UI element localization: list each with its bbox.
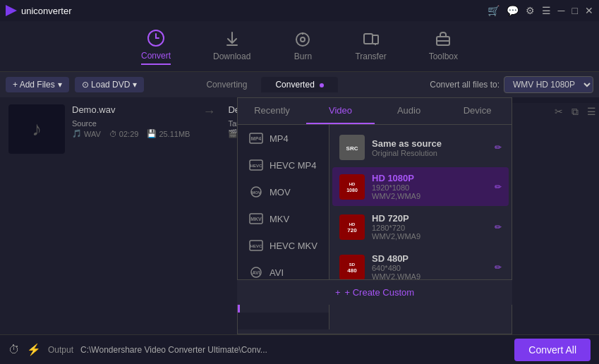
format-mp4[interactable]: MP4 MP4 — [238, 125, 329, 152]
convert-all-button[interactable]: Convert All — [514, 339, 591, 361]
output-label: Output — [48, 345, 73, 355]
same-source-text: Same as source Original Resolution — [372, 138, 488, 157]
create-custom-plus: + — [335, 287, 341, 298]
format-mkv[interactable]: MKV MKV — [238, 205, 329, 232]
settings-icon[interactable]: ⚙ — [526, 5, 535, 16]
nav-toolbox[interactable]: Toolbox — [429, 29, 458, 64]
format-panel-header: Recently Video Audio Device — [238, 98, 512, 125]
svg-text:MP4: MP4 — [251, 136, 262, 141]
format-hevc-mkv[interactable]: HEVC HEVC MKV — [238, 232, 329, 259]
source-info: Demo.wav Source 🎵 WAV ⏱ 02:29 💾 25.11MB — [72, 104, 190, 141]
tab-converting[interactable]: Converting — [192, 77, 261, 92]
create-custom-label: + Create Custom — [344, 287, 414, 298]
hd1080-text: HD 1080P 1920*1080WMV2,WMA9 — [372, 173, 488, 200]
format-tab-recently[interactable]: Recently — [238, 98, 306, 124]
format-tab-video[interactable]: Video — [306, 98, 375, 124]
format-tab-audio[interactable]: Audio — [375, 98, 443, 124]
app-name: uniconverter — [21, 6, 72, 16]
settings-icon[interactable]: ☰ — [587, 106, 596, 334]
copy-icon[interactable]: ⧉ — [571, 106, 579, 334]
sd480-name: SD 480P — [372, 253, 488, 264]
convert-all-to: Convert all files to: WMV HD 1080P — [430, 76, 593, 93]
transfer-icon — [361, 29, 381, 49]
hevc-mp4-label: HEVC MP4 — [270, 160, 316, 171]
source-size: 25.11MB — [159, 130, 190, 138]
hevc-mkv-icon: HEVC — [248, 239, 264, 252]
source-format: WAV — [84, 130, 101, 138]
load-dvd-button[interactable]: ⊙ Load DVD ▾ — [75, 77, 145, 92]
format-hd-1080p[interactable]: HD1080 HD 1080P 1920*1080WMV2,WMA9 ✏ — [332, 167, 509, 206]
svg-text:SRC: SRC — [346, 145, 358, 152]
format-hevc-mp4[interactable]: HEVC HEVC MP4 — [238, 152, 329, 178]
same-source-icon: SRC — [339, 135, 365, 160]
bolt-icon[interactable]: ⚡ — [27, 343, 41, 356]
avi-label: AVI — [270, 267, 284, 278]
close-icon[interactable]: ✕ — [585, 5, 593, 16]
format-hd-720p[interactable]: HD720 HD 720P 1280*720WMV2,WMA9 ✏ — [332, 207, 509, 246]
add-files-button[interactable]: + Add Files ▾ — [6, 77, 69, 92]
svg-text:720: 720 — [347, 227, 357, 233]
same-source-edit-icon[interactable]: ✏ — [495, 142, 502, 152]
menu-icon[interactable]: ☰ — [542, 5, 551, 16]
add-files-label: + Add Files — [13, 80, 55, 90]
nav-convert[interactable]: Convert — [141, 28, 171, 65]
titlebar: uniconverter 🛒 💬 ⚙ ☰ ─ □ ✕ — [0, 0, 599, 21]
svg-text:HEVC: HEVC — [250, 164, 262, 168]
mkv-icon: MKV — [248, 212, 264, 225]
mp4-label: MP4 — [270, 133, 289, 144]
add-files-chevron[interactable]: ▾ — [58, 80, 62, 90]
mov-icon: MOV — [248, 186, 264, 198]
svg-text:HEVC: HEVC — [250, 244, 262, 248]
tab-group: Converting Converted — [192, 77, 338, 92]
format-select[interactable]: WMV HD 1080P — [504, 76, 593, 93]
nav-download-label: Download — [213, 51, 250, 61]
mov-label: MOV — [270, 187, 291, 198]
cut-icon[interactable]: ✂ — [555, 106, 563, 334]
source-duration: 02:29 — [119, 130, 139, 138]
sd480-edit-icon[interactable]: ✏ — [495, 262, 502, 272]
arrow-icon: → — [202, 104, 215, 119]
nav-download[interactable]: Download — [213, 29, 250, 64]
maximize-icon[interactable]: □ — [572, 5, 578, 16]
format-same-as-source[interactable]: SRC Same as source Original Resolution ✏ — [332, 129, 509, 166]
svg-text:480: 480 — [347, 267, 357, 274]
cart-icon[interactable]: 🛒 — [488, 5, 500, 16]
hd720-icon: HD720 — [339, 214, 365, 240]
size-icon: 💾 — [147, 129, 157, 138]
source-label: Source — [72, 119, 190, 128]
tab-converted[interactable]: Converted — [261, 77, 338, 92]
svg-text:AVI: AVI — [252, 270, 260, 275]
load-dvd-chevron[interactable]: ▾ — [133, 80, 137, 90]
svg-text:1080: 1080 — [346, 188, 358, 193]
svg-rect-6 — [373, 35, 378, 44]
file-thumbnail: ♪ — [8, 104, 65, 154]
message-icon[interactable]: 💬 — [507, 5, 519, 16]
sd480-res: 640*480WMV2,WMA9 — [372, 264, 488, 281]
nav-transfer[interactable]: Transfer — [355, 29, 386, 64]
svg-point-3 — [301, 37, 305, 42]
main-area: ♪ Demo.wav Source 🎵 WAV ⏱ 02:29 💾 25.11M… — [0, 97, 599, 334]
converted-dot — [320, 83, 324, 87]
format-tab-device[interactable]: Device — [443, 98, 512, 124]
create-custom-bar[interactable]: + + Create Custom — [237, 279, 512, 305]
format-mov[interactable]: MOV MOV — [238, 178, 329, 205]
svg-text:HD: HD — [349, 182, 356, 186]
hevc-mkv-label: HEVC MKV — [270, 241, 317, 251]
format-icon: 🎵 — [72, 129, 82, 138]
hd1080-icon: HD1080 — [339, 174, 365, 200]
svg-rect-5 — [364, 34, 373, 44]
bottombar: ⏱ ⚡ Output C:\Wondershare Video Converte… — [0, 334, 599, 364]
history-icon[interactable]: ⏱ — [8, 344, 20, 356]
svg-text:HD: HD — [349, 222, 356, 226]
nav-toolbox-label: Toolbox — [429, 51, 458, 61]
hd1080-edit-icon[interactable]: ✏ — [495, 182, 502, 192]
duration-icon: ⏱ — [109, 130, 117, 138]
avi-icon: AVI — [248, 266, 264, 279]
nav-burn[interactable]: Burn — [293, 29, 313, 64]
mkv-label: MKV — [270, 214, 289, 224]
same-source-res: Original Resolution — [372, 149, 488, 157]
navbar: Convert Download Burn Tran — [0, 21, 599, 72]
minimize-icon[interactable]: ─ — [558, 5, 565, 16]
hd1080-name: HD 1080P — [372, 173, 488, 183]
hd720-edit-icon[interactable]: ✏ — [495, 222, 502, 232]
